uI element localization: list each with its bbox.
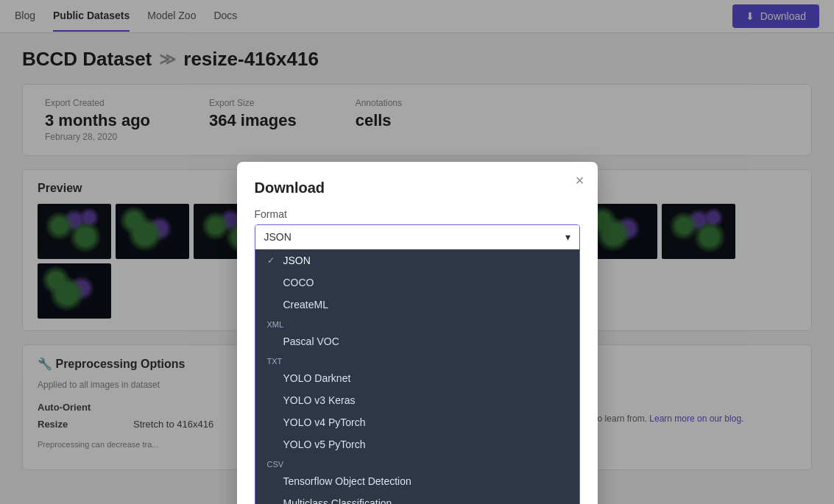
group-label-txt: TXT bbox=[255, 352, 579, 367]
dropdown-item-json[interactable]: ✓ JSON bbox=[255, 249, 579, 271]
dropdown-item-pascal-voc[interactable]: Pascal VOC bbox=[255, 330, 579, 352]
dropdown-item-yolo-darknet[interactable]: YOLO Darknet bbox=[255, 367, 579, 389]
group-label-xml: XML bbox=[255, 316, 579, 330]
dropdown-item-tensorflow-od[interactable]: Tensorflow Object Detection bbox=[255, 470, 579, 492]
check-icon: ✓ bbox=[267, 255, 278, 266]
dropdown-item-yolo-v3-keras[interactable]: YOLO v3 Keras bbox=[255, 389, 579, 411]
format-dropdown[interactable]: JSON ▾ ✓ JSON COCO CreateML XML bbox=[255, 224, 580, 504]
download-modal: Download × Format JSON ▾ ✓ JSON COCO bbox=[237, 162, 598, 504]
dropdown-list: ✓ JSON COCO CreateML XML Pascal VOC TXT bbox=[255, 249, 579, 504]
dropdown-item-yolo-v4-pytorch[interactable]: YOLO v4 PyTorch bbox=[255, 411, 579, 433]
modal-overlay[interactable]: Download × Format JSON ▾ ✓ JSON COCO bbox=[0, 0, 834, 504]
selected-format-text: JSON bbox=[264, 231, 291, 243]
format-label: Format bbox=[255, 208, 580, 220]
dropdown-selected[interactable]: JSON ▾ bbox=[255, 225, 579, 249]
dropdown-item-coco[interactable]: COCO bbox=[255, 271, 579, 294]
dropdown-item-multiclass[interactable]: Multiclass Classification bbox=[255, 492, 579, 504]
group-label-csv: CSV bbox=[255, 455, 579, 470]
dropdown-item-yolo-v5-pytorch[interactable]: YOLO v5 PyTorch bbox=[255, 433, 579, 455]
modal-close-button[interactable]: × bbox=[576, 172, 584, 189]
dropdown-item-createml[interactable]: CreateML bbox=[255, 294, 579, 316]
modal-title: Download bbox=[255, 180, 580, 196]
chevron-down-icon: ▾ bbox=[565, 231, 570, 243]
